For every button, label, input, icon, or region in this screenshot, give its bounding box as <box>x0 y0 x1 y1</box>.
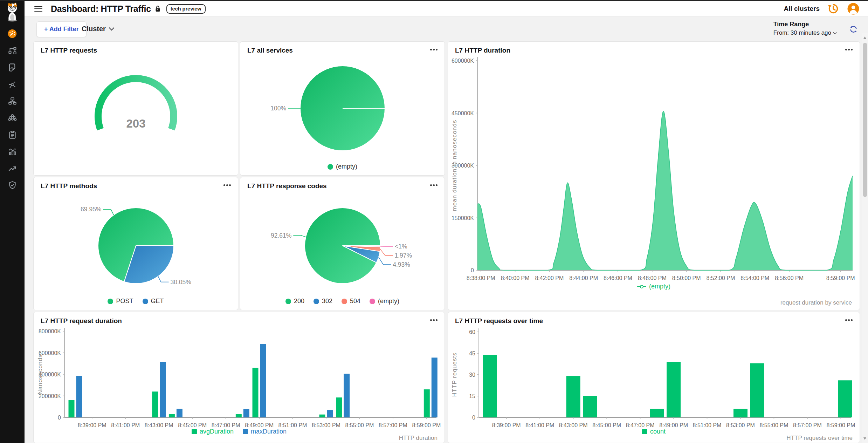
more-menu-icon[interactable] <box>430 49 438 50</box>
pie-chart[interactable]: 30.05%69.95% <box>34 188 239 297</box>
panel-title: L7 HTTP requests over time <box>455 317 543 325</box>
svg-text:8:40:00 PM: 8:40:00 PM <box>501 275 530 281</box>
svg-text:8:55:00 PM: 8:55:00 PM <box>760 422 788 428</box>
legend-item-avgDuration[interactable]: avgDuration <box>192 428 234 435</box>
bar-count[interactable] <box>650 409 664 417</box>
sidebar-item-security[interactable] <box>7 180 18 190</box>
sidebar-item-clusters[interactable] <box>7 113 18 123</box>
legend-item-(empty)[interactable]: (empty) <box>637 283 670 290</box>
bar-avgDuration[interactable] <box>236 414 242 417</box>
more-menu-icon[interactable] <box>845 49 853 50</box>
legend-item-504[interactable]: 504 <box>342 298 360 305</box>
svg-text:8:51:00 PM: 8:51:00 PM <box>278 422 307 428</box>
bar-count[interactable] <box>838 380 852 417</box>
sidebar-item-trends[interactable] <box>7 163 18 173</box>
svg-text:Nanoseconds: Nanoseconds <box>37 354 43 395</box>
sidebar-nav <box>7 28 18 190</box>
bar-maxDuration[interactable] <box>177 409 182 417</box>
bar-maxDuration[interactable] <box>243 409 249 417</box>
legend-item-count[interactable]: count <box>642 428 666 435</box>
pie-slice-200[interactable] <box>305 208 380 284</box>
bar-maxDuration[interactable] <box>432 357 438 417</box>
legend-item-GET[interactable]: GET <box>143 298 164 305</box>
user-avatar-icon[interactable] <box>847 2 860 15</box>
sidebar-item-service-map[interactable] <box>7 45 18 56</box>
svg-text:8:39:00 PM: 8:39:00 PM <box>492 422 521 428</box>
sidebar-item-services[interactable] <box>7 96 18 106</box>
area-series <box>477 111 853 270</box>
sidebar-item-audit[interactable] <box>7 129 18 140</box>
svg-text:150000K: 150000K <box>452 215 474 221</box>
sidebar-item-dashboard[interactable] <box>7 28 18 39</box>
legend-item-maxDuration[interactable]: maxDuration <box>243 428 287 435</box>
time-range-value: From: 30 minutes ago <box>773 29 836 36</box>
bar-avgDuration[interactable] <box>319 415 325 417</box>
bar-count[interactable] <box>566 376 580 417</box>
more-menu-icon[interactable] <box>223 184 231 186</box>
history-icon[interactable] <box>827 3 839 15</box>
legend-item-(empty)[interactable]: (empty) <box>370 298 399 305</box>
legend-marker <box>285 299 291 304</box>
svg-text:8:53:00 PM: 8:53:00 PM <box>312 422 340 428</box>
bar-avgDuration[interactable] <box>152 391 158 417</box>
cluster-mesh-icon <box>8 113 17 123</box>
bar-count[interactable] <box>733 409 748 417</box>
sidebar-item-flows[interactable] <box>7 79 18 89</box>
cluster-dropdown[interactable]: Cluster <box>82 25 113 33</box>
bar-chart[interactable]: 0200000K400000K600000K800000K8:39:00 PM8… <box>34 323 445 428</box>
panel-l7-http-requests-over-time: L7 HTTP requests over time 0153045608:39… <box>448 312 860 443</box>
bar-count[interactable] <box>483 355 497 417</box>
svg-text:8:50:00 PM: 8:50:00 PM <box>672 275 701 281</box>
area-chart[interactable]: 0150000K300000K450000K600000K8:38:00 PM8… <box>448 52 860 294</box>
panel-l7-http-response-codes: L7 HTTP response codes <1%1.97%4.93%92.6… <box>240 177 445 310</box>
scroll-down-arrow[interactable] <box>863 437 866 440</box>
bar-maxDuration[interactable] <box>160 362 166 417</box>
bar-maxDuration[interactable] <box>344 374 350 417</box>
pie-chart[interactable]: 100% <box>240 52 445 163</box>
bar-avgDuration[interactable] <box>336 397 342 417</box>
refresh-icon[interactable] <box>849 25 858 35</box>
time-range-selector[interactable]: Time Range From: 30 minutes ago <box>773 21 836 36</box>
hamburger-menu-icon[interactable] <box>34 6 42 12</box>
bar-avgDuration[interactable] <box>69 400 75 417</box>
svg-text:8:45:00 PM: 8:45:00 PM <box>178 422 207 428</box>
bar-count[interactable] <box>583 396 597 417</box>
legend-item-(empty)[interactable]: (empty) <box>328 163 357 170</box>
sidebar-item-metrics[interactable] <box>7 146 18 157</box>
svg-text:8:44:00 PM: 8:44:00 PM <box>569 275 598 281</box>
scrollbar-thumb[interactable] <box>863 43 867 197</box>
svg-text:8:49:00 PM: 8:49:00 PM <box>245 422 274 428</box>
bar-avgDuration[interactable] <box>169 414 175 417</box>
bar-avgDuration[interactable] <box>253 368 259 417</box>
more-menu-icon[interactable] <box>430 319 438 321</box>
pie-chart[interactable]: <1%1.97%4.93%92.61% <box>240 188 445 297</box>
cat-mascot-logo[interactable] <box>4 2 21 23</box>
more-menu-icon[interactable] <box>845 319 853 321</box>
bar-count[interactable] <box>667 362 681 417</box>
bar-maxDuration[interactable] <box>327 410 333 417</box>
gauge-chart[interactable]: 203 <box>34 52 239 171</box>
sidebar-item-policies[interactable] <box>7 62 18 73</box>
legend-item-302[interactable]: 302 <box>314 298 332 305</box>
legend-item-POST[interactable]: POST <box>108 298 133 305</box>
svg-text:8:47:00 PM: 8:47:00 PM <box>626 422 655 428</box>
svg-text:60: 60 <box>469 329 475 335</box>
panel-title: L7 HTTP methods <box>41 182 97 190</box>
more-menu-icon[interactable] <box>430 184 438 186</box>
svg-text:mean duration in nanoseconds: mean duration in nanoseconds <box>451 120 458 211</box>
chart-legend: POSTGET <box>34 298 238 305</box>
bar-chart[interactable]: 0153045608:39:00 PM8:41:00 PM8:43:00 PM8… <box>448 323 860 428</box>
bar-maxDuration[interactable] <box>260 344 266 417</box>
add-filter-button[interactable]: + Add Filter <box>36 21 87 37</box>
chevron-down-icon <box>833 31 837 34</box>
svg-text:8:42:00 PM: 8:42:00 PM <box>535 275 564 281</box>
svg-text:100%: 100% <box>270 105 286 112</box>
legend-item-200[interactable]: 200 <box>285 298 304 305</box>
scroll-up-arrow[interactable] <box>863 36 866 39</box>
svg-text:15: 15 <box>469 393 475 399</box>
bar-avgDuration[interactable] <box>424 389 430 417</box>
svg-text:<1%: <1% <box>395 243 407 250</box>
all-clusters-selector[interactable]: All clusters <box>784 5 820 13</box>
bar-count[interactable] <box>750 363 764 417</box>
bar-maxDuration[interactable] <box>76 376 82 417</box>
